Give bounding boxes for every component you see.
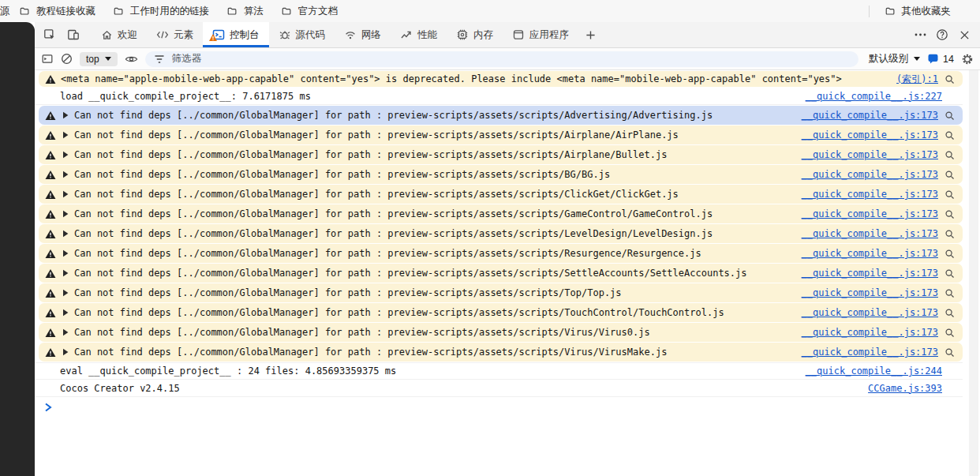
expand-icon[interactable] bbox=[62, 190, 69, 198]
tab-label: 元素 bbox=[174, 28, 193, 42]
source-link[interactable]: (索引):1 bbox=[896, 73, 938, 86]
console-prompt[interactable] bbox=[35, 397, 980, 418]
console-message-row[interactable]: Can not find deps [../common/GlobalManag… bbox=[39, 303, 963, 322]
source-link[interactable]: __quick_compile__.js:173 bbox=[802, 228, 938, 239]
bug-icon bbox=[279, 28, 291, 41]
bookmark-folder-algorithms[interactable]: 算法 bbox=[218, 0, 272, 22]
message-text: Can not find deps [../common/GlobalManag… bbox=[74, 347, 667, 358]
view-source-magnifier-icon[interactable] bbox=[944, 111, 955, 121]
console-message-row[interactable]: <meta name="apple-mobile-web-app-capable… bbox=[39, 71, 963, 87]
message-text: Can not find deps [../common/GlobalManag… bbox=[74, 228, 713, 239]
console-message-row[interactable]: Can not find deps [../common/GlobalManag… bbox=[39, 283, 963, 302]
expand-icon[interactable] bbox=[62, 289, 69, 297]
expand-icon[interactable] bbox=[62, 309, 69, 317]
device-toolbar-icon[interactable] bbox=[62, 22, 85, 47]
expand-icon[interactable] bbox=[62, 348, 69, 356]
view-source-magnifier-icon[interactable] bbox=[944, 249, 955, 259]
source-link[interactable]: __quick_compile__.js:173 bbox=[802, 110, 938, 121]
source-link[interactable]: __quick_compile__.js:173 bbox=[802, 307, 938, 318]
expand-icon[interactable] bbox=[62, 230, 69, 238]
warning-icon bbox=[45, 288, 56, 298]
console-sidebar-toggle-icon[interactable] bbox=[41, 53, 54, 65]
view-source-magnifier-icon[interactable] bbox=[944, 74, 955, 84]
console-message-row[interactable]: Can not find deps [../common/GlobalManag… bbox=[39, 343, 963, 362]
tab-elements[interactable]: 元素 bbox=[147, 22, 203, 47]
source-link[interactable]: __quick_compile__.js:173 bbox=[802, 287, 938, 298]
more-options-button[interactable] bbox=[909, 22, 931, 47]
source-link[interactable]: __quick_compile__.js:173 bbox=[802, 248, 938, 259]
tab-sources[interactable]: 源代码 bbox=[269, 22, 335, 47]
view-source-magnifier-icon[interactable] bbox=[944, 328, 955, 338]
console-message-row[interactable]: Can not find deps [../common/GlobalManag… bbox=[39, 264, 963, 283]
source-link[interactable]: __quick_compile__.js:173 bbox=[802, 149, 938, 160]
source-link[interactable]: __quick_compile__.js:173 bbox=[802, 129, 938, 141]
source-link[interactable]: __quick_compile__.js:173 bbox=[802, 347, 938, 358]
source-link[interactable]: __quick_compile__.js:173 bbox=[802, 327, 938, 338]
view-source-magnifier-icon[interactable] bbox=[944, 288, 955, 298]
console-message-row[interactable]: Can not find deps [../common/GlobalManag… bbox=[39, 145, 963, 164]
tab-console[interactable]: 控制台 bbox=[203, 22, 269, 47]
expand-icon[interactable] bbox=[62, 151, 69, 159]
source-link[interactable]: CCGame.js:393 bbox=[868, 383, 942, 394]
tab-application[interactable]: 应用程序 bbox=[503, 22, 578, 47]
javascript-context-selector[interactable]: top bbox=[80, 52, 118, 66]
console-message-row[interactable]: Can not find deps [../common/GlobalManag… bbox=[39, 204, 963, 223]
issues-counter[interactable]: 14 bbox=[927, 53, 954, 65]
console-message-row[interactable]: Cocos Creator v2.4.15 CCGame.js:393 bbox=[35, 380, 963, 397]
tab-network[interactable]: 网络 bbox=[335, 22, 391, 47]
source-link[interactable]: __quick_compile__.js:173 bbox=[802, 268, 938, 279]
source-link[interactable]: __quick_compile__.js:173 bbox=[802, 189, 938, 200]
console-settings-gear-icon[interactable] bbox=[961, 53, 974, 66]
log-level-selector[interactable]: 默认级别 bbox=[869, 52, 920, 66]
expand-icon[interactable] bbox=[62, 269, 69, 277]
warning-icon bbox=[45, 74, 56, 84]
vertical-scrollbar[interactable] bbox=[969, 70, 978, 476]
source-link[interactable]: __quick_compile__.js:173 bbox=[802, 169, 938, 180]
clear-console-icon[interactable] bbox=[61, 53, 73, 65]
bookmark-folder-tutorials[interactable]: 教程链接收藏 bbox=[10, 0, 104, 22]
console-message-row[interactable]: Can not find deps [../common/GlobalManag… bbox=[39, 185, 963, 204]
view-source-magnifier-icon[interactable] bbox=[944, 130, 955, 141]
expand-icon[interactable] bbox=[62, 131, 69, 139]
bookmark-folder-work-links[interactable]: 工作时用的的链接 bbox=[104, 0, 218, 22]
view-source-magnifier-icon[interactable] bbox=[944, 229, 955, 239]
view-source-magnifier-icon[interactable] bbox=[944, 308, 955, 318]
tab-label: 应用程序 bbox=[529, 28, 569, 42]
console-message-row[interactable]: Can not find deps [../common/GlobalManag… bbox=[39, 126, 963, 144]
console-message-row[interactable]: Can not find deps [../common/GlobalManag… bbox=[39, 165, 963, 184]
view-source-magnifier-icon[interactable] bbox=[944, 150, 955, 160]
view-source-magnifier-icon[interactable] bbox=[944, 189, 955, 200]
bookmark-folder-official-docs[interactable]: 官方文档 bbox=[272, 0, 346, 22]
source-link[interactable]: __quick_compile__.js:244 bbox=[806, 365, 942, 377]
expand-icon[interactable] bbox=[62, 210, 69, 218]
inspect-element-icon[interactable] bbox=[38, 22, 62, 47]
view-source-magnifier-icon[interactable] bbox=[944, 347, 955, 358]
view-source-magnifier-icon[interactable] bbox=[944, 170, 955, 180]
console-message-row[interactable]: Can not find deps [../common/GlobalManag… bbox=[39, 224, 963, 243]
expand-icon[interactable] bbox=[62, 171, 69, 178]
console-message-row[interactable]: load __quick_compile_project__: 7.617187… bbox=[35, 88, 963, 105]
console-message-row[interactable]: Can not find deps [../common/GlobalManag… bbox=[39, 244, 963, 263]
view-source-magnifier-icon[interactable] bbox=[944, 209, 955, 219]
console-message-row[interactable]: Can not find deps [../common/GlobalManag… bbox=[39, 106, 963, 125]
expand-icon[interactable] bbox=[62, 111, 69, 119]
expand-icon[interactable] bbox=[62, 249, 69, 257]
console-message-row[interactable]: Can not find deps [../common/GlobalManag… bbox=[39, 323, 963, 342]
tab-performance[interactable]: 性能 bbox=[391, 22, 447, 47]
add-tab-button[interactable] bbox=[578, 22, 602, 47]
expand-icon[interactable] bbox=[62, 328, 69, 336]
tab-memory[interactable]: 内存 bbox=[447, 22, 503, 47]
tab-welcome[interactable]: 欢迎 bbox=[92, 22, 147, 47]
live-expression-eye-icon[interactable] bbox=[125, 54, 138, 65]
bookmark-overflow-item[interactable]: 源 bbox=[0, 5, 10, 18]
bookmark-folder-other[interactable]: 其他收藏夹 bbox=[876, 0, 960, 22]
console-filter-input[interactable]: 筛选器 bbox=[145, 51, 858, 67]
source-link[interactable]: __quick_compile__.js:173 bbox=[802, 208, 938, 219]
close-devtools-button[interactable] bbox=[953, 22, 975, 47]
source-link[interactable]: __quick_compile__.js:227 bbox=[806, 91, 942, 102]
console-message-row[interactable]: eval __quick_compile_project__ : 24 file… bbox=[35, 362, 963, 380]
warning-icon bbox=[45, 328, 56, 338]
view-source-magnifier-icon[interactable] bbox=[944, 268, 955, 279]
help-button[interactable] bbox=[931, 22, 953, 47]
devtools-panel: 欢迎 元素 控制台 源代 bbox=[35, 22, 980, 476]
